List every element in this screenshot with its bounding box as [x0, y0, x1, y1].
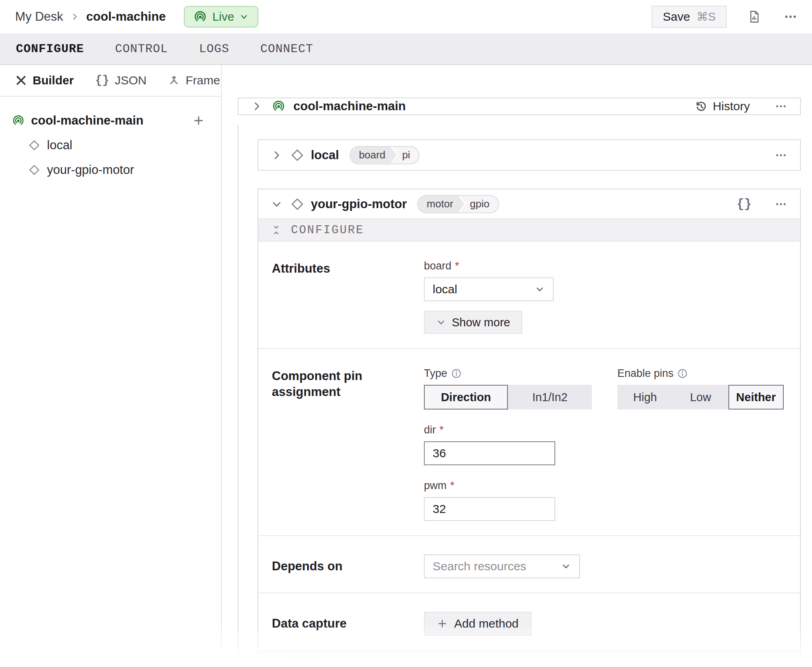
type-option-direction[interactable]: Direction — [424, 385, 508, 410]
dir-pin-input[interactable] — [424, 441, 555, 465]
tree-item-motor-label: your-gpio-motor — [47, 163, 134, 177]
add-method-label: Add method — [454, 617, 519, 630]
tab-configure[interactable]: CONFIGURE — [16, 42, 84, 56]
data-capture-row: Data capture Add method — [258, 593, 800, 650]
add-resource-button[interactable] — [192, 114, 205, 127]
builder-tools-icon — [15, 74, 27, 86]
enable-pins-field-label: Enable pins — [617, 367, 673, 380]
pin-assignment-row: Component pin assignment Type — [258, 348, 800, 535]
tree-item-machine-label: cool-machine-main — [31, 113, 144, 128]
depends-on-select[interactable]: Search resources — [424, 554, 580, 578]
local-card-menu-button[interactable] — [773, 147, 789, 163]
depends-on-placeholder: Search resources — [433, 560, 526, 573]
local-board-card: local board pi — [258, 139, 801, 171]
enable-pins-toggle-group: Enable pins High Low Neither — [617, 367, 784, 521]
ellipsis-icon — [775, 100, 787, 113]
motor-configure-section-header[interactable]: CONFIGURE — [258, 218, 800, 242]
save-button[interactable]: Save ⌘S — [652, 6, 727, 28]
depends-on-heading: Depends on — [272, 554, 424, 578]
history-clock-icon — [695, 100, 707, 113]
component-diamond-icon — [29, 164, 40, 176]
viewtab-json-label: JSON — [115, 74, 146, 87]
tree-item-your-gpio-motor[interactable]: your-gpio-motor — [29, 163, 205, 177]
board-select[interactable]: local — [424, 277, 554, 301]
machine-report-button[interactable] — [745, 8, 763, 26]
braces-icon: {} — [95, 74, 109, 87]
breadcrumb: My Desk cool-machine — [15, 10, 166, 24]
file-chart-icon — [747, 9, 762, 24]
breadcrumb-parent-link[interactable]: My Desk — [15, 10, 63, 24]
tab-control[interactable]: CONTROL — [115, 42, 168, 56]
motor-type-tag: motor — [418, 196, 464, 213]
local-model-tag: pi — [398, 147, 419, 164]
tree-item-local[interactable]: local — [29, 138, 205, 152]
viewtab-builder[interactable]: Builder — [15, 74, 74, 87]
chevron-down-icon — [436, 317, 446, 328]
part-resources-group: local board pi — [238, 125, 801, 666]
motor-card-menu-button[interactable] — [773, 196, 789, 212]
tab-logs[interactable]: LOGS — [199, 42, 229, 56]
topbar-actions: Save ⌘S — [652, 6, 799, 28]
live-badge-label: Live — [212, 10, 234, 23]
topbar-more-menu-button[interactable] — [782, 8, 799, 25]
configure-sidebar: Builder {} JSON Frame — [0, 65, 222, 666]
local-card-expand-button[interactable] — [269, 148, 284, 162]
history-button-label: History — [713, 99, 750, 113]
ellipsis-icon — [775, 198, 787, 211]
component-diamond-icon — [291, 149, 304, 162]
dir-field-label: dir — [424, 424, 436, 436]
enable-option-high[interactable]: High — [617, 385, 673, 410]
component-diamond-icon — [291, 198, 304, 211]
save-shortcut-hint: ⌘S — [697, 10, 716, 23]
history-button[interactable]: History — [695, 99, 750, 113]
viewtab-json[interactable]: {} JSON — [95, 74, 146, 87]
enable-option-low[interactable]: Low — [673, 385, 728, 410]
depends-on-row: Depends on Search resources — [258, 535, 800, 593]
motor-test-section-header[interactable]: TEST — [258, 650, 800, 666]
info-icon — [677, 368, 688, 379]
breadcrumb-current: cool-machine — [86, 10, 166, 24]
motor-configure-section-label: CONFIGURE — [291, 224, 364, 237]
machine-nav-tabs: CONFIGURE CONTROL LOGS CONNECT — [0, 33, 812, 65]
machine-card-menu-button[interactable] — [773, 98, 789, 114]
view-mode-tabs: Builder {} JSON Frame — [0, 65, 221, 97]
enable-option-neither[interactable]: Neither — [728, 385, 784, 410]
type-field-label: Type — [424, 367, 447, 380]
machine-part-title: cool-machine-main — [293, 99, 406, 113]
tree-item-machine-part[interactable]: cool-machine-main — [12, 113, 205, 128]
viewtab-frame-label: Frame — [185, 74, 220, 87]
live-chevron-down-icon — [239, 12, 249, 21]
pwm-field-label: pwm — [424, 480, 447, 492]
motor-json-button[interactable]: {} — [737, 197, 751, 211]
pwm-pin-input[interactable] — [424, 497, 555, 521]
attributes-row: Attributes board * local — [258, 242, 800, 348]
machine-card-expand-button[interactable] — [250, 99, 264, 113]
expand-vertical-icon — [271, 656, 281, 666]
plus-icon — [437, 618, 448, 629]
type-toggle-group: Type Direction In1/In2 — [424, 367, 592, 521]
attributes-heading: Attributes — [272, 260, 424, 334]
gpio-motor-card: your-gpio-motor motor gpio {} — [258, 189, 801, 666]
viewtab-frame[interactable]: Frame — [168, 74, 220, 87]
machine-broadcast-icon — [12, 114, 25, 127]
component-diamond-icon — [29, 140, 40, 151]
add-method-button[interactable]: Add method — [424, 612, 531, 636]
show-more-button[interactable]: Show more — [424, 311, 522, 334]
board-field-label: board — [424, 260, 451, 272]
ellipsis-icon — [783, 10, 798, 24]
machine-status-dropdown[interactable]: Live — [184, 6, 258, 27]
configure-main: cool-machine-main History — [222, 65, 812, 666]
board-select-value: local — [433, 283, 457, 296]
type-option-in1in2[interactable]: In1/In2 — [508, 385, 592, 410]
show-more-label: Show more — [452, 316, 510, 329]
data-capture-heading: Data capture — [272, 612, 424, 636]
resource-tree: cool-machine-main local your-gpio-motor — [0, 97, 221, 177]
machine-broadcast-icon — [272, 99, 285, 113]
ellipsis-icon — [775, 149, 787, 162]
live-broadcast-icon — [193, 10, 207, 23]
tab-connect[interactable]: CONNECT — [260, 42, 313, 56]
motor-card-title: your-gpio-motor — [311, 197, 407, 211]
chevron-down-icon — [561, 561, 571, 571]
local-card-title: local — [311, 148, 339, 162]
motor-card-collapse-button[interactable] — [269, 197, 284, 211]
